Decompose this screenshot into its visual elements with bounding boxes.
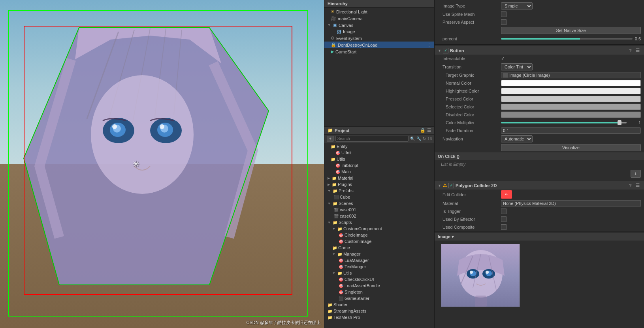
normal-color-swatch[interactable] [501, 80, 641, 86]
button-component-section: ▼ Button ? ☰ Interactable ✓ Transition C… [435, 45, 644, 181]
used-by-effector-value [501, 216, 641, 222]
tree-item-streamingassets[interactable]: 📁 StreamingAssets [324, 308, 434, 314]
lock-icon: 🔒 [420, 128, 426, 133]
tree-item-loadassertbundle[interactable]: 🎯 LoadAssertBundle [324, 282, 434, 289]
tree-label: Scripts [339, 220, 352, 225]
script-initscript-icon: 🎯 [335, 163, 340, 168]
pressed-color-swatch[interactable] [501, 96, 641, 102]
tree-item-case002[interactable]: 🎬 case002 [324, 213, 434, 219]
hierarchy-item-eventsystem[interactable]: ⚙ EventSystem [324, 35, 434, 42]
tree-item-gamestarter[interactable]: ⬛ GameStarter [324, 295, 434, 301]
target-graphic-thumb [503, 73, 508, 78]
used-by-effector-checkbox[interactable] [501, 216, 507, 222]
tree-item-texmanger[interactable]: 🎯 TexManger [324, 264, 434, 270]
tree-item-game[interactable]: 📁 Game [324, 245, 434, 251]
image-type-dropdown[interactable]: Simple [501, 2, 533, 9]
tree-item-prefabs[interactable]: ▼ 📁 Prefabs [324, 188, 434, 194]
polygon-enabled-checkbox[interactable] [448, 183, 454, 188]
hierarchy-item-main-camera[interactable]: 🎥 mainCamera [324, 15, 434, 22]
add-item-row: + [435, 168, 644, 179]
polygon-collider-header[interactable]: ▼ ⚠ Polygon Collider 2D ? ☰ [435, 181, 644, 190]
hierarchy-item-canvas[interactable]: ▼ ▣ Canvas [324, 22, 434, 28]
add-button[interactable]: + [327, 136, 334, 142]
button-enabled-checkbox[interactable] [443, 48, 448, 53]
tree-item-main[interactable]: 🎯 Main [324, 169, 434, 175]
is-trigger-checkbox[interactable] [501, 209, 507, 214]
script-loadassert-icon: 🎯 [339, 284, 343, 288]
customcomp-arrow: ▼ [332, 227, 335, 231]
use-sprite-mesh-checkbox[interactable] [501, 11, 507, 17]
edit-collider-button[interactable]: ✏ [501, 190, 512, 199]
normal-color-row: Normal Color [435, 79, 644, 87]
folder-utils-icon: 📁 [331, 157, 335, 161]
folder-utils-sub-icon: 📁 [337, 271, 342, 275]
tree-label: Scenes [339, 201, 353, 206]
tree-item-textmeshpro[interactable]: 📁 TextMesh Pro [324, 314, 434, 320]
tree-item-scripts[interactable]: ▼ 📁 Scripts [324, 219, 434, 226]
transition-dropdown[interactable]: Color Tint [501, 63, 533, 70]
script-uiinit-icon: 🎯 [335, 151, 340, 155]
preserve-aspect-checkbox[interactable] [501, 19, 507, 25]
scripts-arrow: ▼ [328, 221, 331, 224]
set-native-size-button[interactable]: Set Native Size [501, 27, 641, 34]
tree-item-entity-folder[interactable]: 📁 Entity [324, 143, 434, 150]
script-customimage-icon: 🎯 [339, 239, 343, 244]
color-multiplier-slider[interactable] [501, 122, 627, 123]
tree-item-singleton[interactable]: 🎯 Singleton [324, 289, 434, 295]
tree-item-cube[interactable]: ⬛ Cube [324, 194, 434, 200]
tree-item-case001[interactable]: 🎬 case001 [324, 207, 434, 213]
tree-item-material[interactable]: ▶ 📁 Material [324, 175, 434, 181]
svg-point-16 [160, 124, 164, 129]
hierarchy-item-gamestart[interactable]: ▶ GameStart [324, 48, 434, 55]
target-graphic-value: Image (Circle Image) [501, 72, 641, 78]
highlighted-color-swatch[interactable] [501, 88, 641, 94]
hierarchy-item-directional-light[interactable]: ☀ Directional Light [324, 8, 434, 15]
tree-item-plugins[interactable]: ▶ 📁 Plugins [324, 181, 434, 188]
tree-label: Main [341, 169, 351, 174]
fade-duration-input[interactable] [501, 127, 641, 134]
tree-item-uiinit[interactable]: 🎯 UIInit [324, 150, 434, 156]
hierarchy-item-dontdestroyonload[interactable]: 🔒 DontDestroyOnLoad ⋮ [324, 42, 434, 48]
disabled-color-swatch[interactable] [501, 112, 641, 118]
hierarchy-item-image[interactable]: 🖼 Image [324, 28, 434, 35]
folder-shader-icon: 📁 [328, 303, 332, 307]
button-section-header[interactable]: ▼ Button ? ☰ [435, 46, 644, 55]
target-graphic-row: Target Graphic Image (Circle Image) [435, 71, 644, 79]
tree-item-circleimage[interactable]: 🎯 CircleImage [324, 232, 434, 238]
selected-color-swatch[interactable] [501, 104, 641, 110]
add-onclick-button[interactable]: + [631, 170, 641, 178]
used-by-composite-checkbox[interactable] [501, 224, 507, 230]
folder-scripts-icon: 📁 [333, 220, 337, 225]
tree-item-utils-folder[interactable]: 📁 Utils [324, 156, 434, 162]
filter-icon: 🔧 [416, 137, 421, 141]
percent-slider[interactable] [501, 38, 633, 40]
tree-item-checkisclickui[interactable]: 🎯 CheckIsClickUI [324, 276, 434, 282]
material-field[interactable]: None (Physics Material 2D) [501, 200, 641, 207]
search-input[interactable] [335, 136, 409, 142]
tree-item-customimage[interactable]: 🎯 CustomImage [324, 238, 434, 245]
hierarchy-items: ☀ Directional Light 🎥 mainCamera ▼ ▣ Can… [324, 8, 434, 56]
navigation-dropdown[interactable]: Automatic [501, 135, 533, 142]
polygon-question-icon[interactable]: ? [628, 183, 633, 188]
tree-label: case002 [340, 214, 356, 218]
svg-point-15 [112, 124, 117, 129]
button-menu-icon[interactable]: ☰ [635, 47, 641, 53]
image-preview-header[interactable]: Image ▾ [435, 233, 644, 241]
percent-row: percent 0.6 [435, 35, 644, 43]
light-icon: ☀ [328, 9, 335, 14]
tree-item-initscript[interactable]: 🎯 InitScript [324, 162, 434, 169]
tree-item-manager[interactable]: ▼ 📁 Manager [324, 251, 434, 257]
tree-item-scenes[interactable]: ▼ 📁 Scenes [324, 200, 434, 207]
polygon-menu-icon[interactable]: ☰ [635, 182, 641, 188]
tree-item-utils-sub[interactable]: ▼ 📁 Utils [324, 270, 434, 276]
tree-item-luamanager[interactable]: 🎯 LuaManager [324, 257, 434, 264]
list-empty-label: List is Empty [435, 160, 644, 168]
button-question-icon[interactable]: ? [628, 48, 633, 53]
scene-view[interactable]: ✳ CSDN @多年了酷拉皮卡依旧还在船上 [0, 0, 324, 328]
visualize-button[interactable]: Visualize [501, 144, 641, 151]
tree-item-customcompoment[interactable]: ▼ 📁 CustomCompoment [324, 226, 434, 232]
preserve-aspect-value [501, 19, 641, 25]
material-value: None (Physics Material 2D) [501, 200, 641, 207]
tree-item-shader[interactable]: 📁 Shader [324, 301, 434, 308]
target-graphic-field[interactable]: Image (Circle Image) [501, 72, 641, 78]
